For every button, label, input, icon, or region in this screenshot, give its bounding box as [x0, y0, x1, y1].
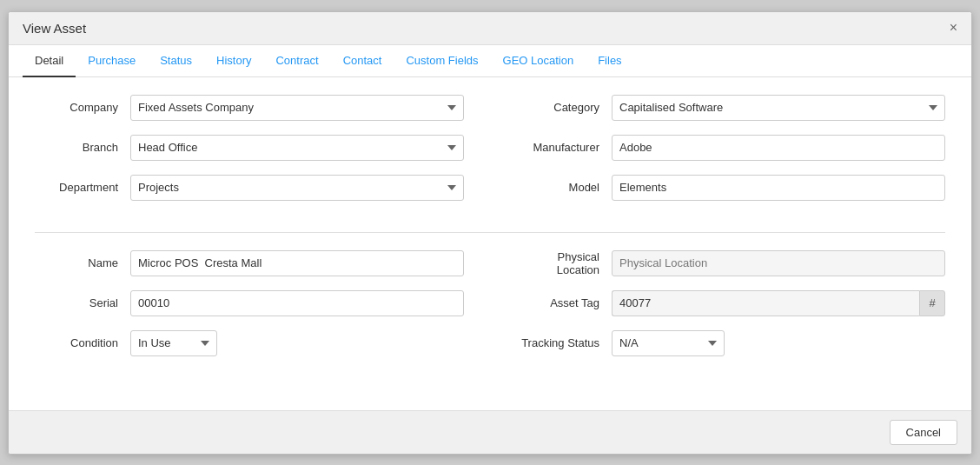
tab-status[interactable]: Status: [148, 45, 204, 77]
modal-overlay: View Asset × Detail Purchase Status Hist…: [0, 0, 980, 465]
tab-purchase[interactable]: Purchase: [76, 45, 148, 77]
department-label: Department: [35, 181, 130, 194]
close-button[interactable]: ×: [950, 21, 957, 35]
tab-contract[interactable]: Contract: [263, 45, 330, 77]
tab-detail[interactable]: Detail: [23, 45, 76, 77]
company-label: Company: [35, 101, 130, 114]
name-input[interactable]: [130, 250, 464, 276]
asset-tag-row: Asset Tag #: [516, 290, 945, 316]
manufacturer-input[interactable]: [612, 135, 945, 161]
cancel-button[interactable]: Cancel: [890, 420, 957, 445]
model-label: Model: [516, 181, 612, 194]
tracking-status-select[interactable]: N/A Active Inactive: [612, 330, 725, 356]
modal-footer: Cancel: [9, 410, 971, 454]
modal-header: View Asset ×: [9, 12, 971, 45]
company-row: Company Fixed Assets Company: [35, 95, 464, 121]
condition-label: Condition: [35, 336, 130, 349]
branch-row: Branch Head Office: [35, 135, 464, 161]
tracking-status-label: Tracking Status: [516, 336, 612, 349]
branch-label: Branch: [35, 141, 130, 154]
model-row: Model: [516, 175, 945, 201]
department-select[interactable]: Projects: [130, 175, 464, 201]
name-label: Name: [35, 256, 130, 269]
left-col-bottom: Name Serial Condition In Use Good Fair: [35, 250, 464, 370]
manufacturer-label: Manufacturer: [516, 141, 612, 154]
physical-location-row: Physical Location: [516, 250, 945, 276]
category-label: Category: [516, 101, 612, 114]
right-col-bottom: Physical Location Asset Tag # Tracking S…: [516, 250, 945, 370]
section-divider: [35, 232, 945, 233]
left-col-top: Company Fixed Assets Company Branch Head…: [35, 95, 464, 215]
tabs-bar: Detail Purchase Status History Contract …: [9, 45, 971, 77]
department-row: Department Projects: [35, 175, 464, 201]
branch-select[interactable]: Head Office: [130, 135, 464, 161]
physical-location-label: Physical Location: [516, 250, 612, 276]
company-select[interactable]: Fixed Assets Company: [130, 95, 464, 121]
tab-contact[interactable]: Contact: [331, 45, 394, 77]
asset-tag-input[interactable]: [612, 290, 919, 316]
condition-row: Condition In Use Good Fair Poor Disposed: [35, 330, 464, 356]
model-input[interactable]: [612, 175, 945, 201]
right-col-top: Category Capitalised Software Manufactur…: [516, 95, 945, 215]
condition-select[interactable]: In Use Good Fair Poor Disposed: [130, 330, 217, 356]
manufacturer-row: Manufacturer: [516, 135, 945, 161]
asset-tag-label: Asset Tag: [516, 296, 612, 309]
asset-tag-field: #: [612, 290, 945, 316]
tracking-status-row: Tracking Status N/A Active Inactive: [516, 330, 945, 356]
category-select[interactable]: Capitalised Software: [612, 95, 945, 121]
tab-geo-location[interactable]: GEO Location: [491, 45, 586, 77]
category-row: Category Capitalised Software: [516, 95, 945, 121]
serial-label: Serial: [35, 296, 130, 309]
top-section: Company Fixed Assets Company Branch Head…: [35, 95, 945, 215]
serial-row: Serial: [35, 290, 464, 316]
tab-history[interactable]: History: [204, 45, 263, 77]
tab-custom-fields[interactable]: Custom Fields: [394, 45, 490, 77]
serial-input[interactable]: [130, 290, 464, 316]
asset-tag-hash-button[interactable]: #: [919, 290, 945, 316]
bottom-section: Name Serial Condition In Use Good Fair: [35, 250, 945, 370]
modal: View Asset × Detail Purchase Status Hist…: [8, 11, 972, 455]
tab-files[interactable]: Files: [586, 45, 633, 77]
modal-body: Company Fixed Assets Company Branch Head…: [9, 77, 971, 410]
physical-location-input[interactable]: [612, 250, 945, 276]
modal-title: View Asset: [23, 21, 86, 36]
name-row: Name: [35, 250, 464, 276]
